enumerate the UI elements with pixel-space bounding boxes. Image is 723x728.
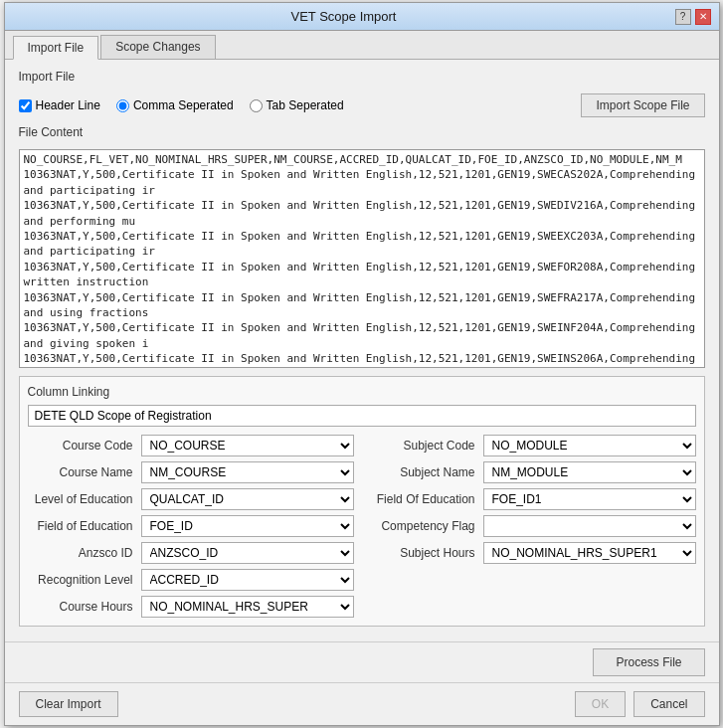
cancel-button[interactable]: Cancel (633, 691, 704, 717)
scope-input[interactable] (28, 405, 696, 427)
dialog-window: VET Scope Import ? ✕ Import File Scope C… (4, 2, 720, 726)
field-row-course-code: Course Code NO_COURSE (28, 435, 354, 456)
field-row-field-of-education-r: Field Of Education FOE_ID1 (370, 488, 696, 510)
left-fields: Course Code NO_COURSE Course Name NM_COU… (28, 435, 354, 618)
subject-code-label: Subject Code (370, 439, 479, 453)
field-of-education-label: Field of Education (28, 519, 137, 533)
header-line-label: Header Line (36, 98, 100, 112)
course-name-label: Course Name (28, 465, 137, 479)
comma-radio-item: Comma Seperated (116, 98, 234, 112)
close-button[interactable]: ✕ (695, 9, 711, 25)
footer-bar: Clear Import OK Cancel (5, 682, 719, 725)
course-hours-label: Course Hours (28, 600, 137, 614)
competency-flag-select[interactable] (483, 515, 696, 537)
tab-radio[interactable] (250, 99, 263, 112)
import-file-section-header: Import File (19, 70, 705, 86)
tab-content: Import File Header Line Comma Seperated … (5, 60, 719, 641)
course-name-select[interactable]: NM_COURSE (141, 461, 354, 483)
field-row-course-name: Course Name NM_COURSE (28, 461, 354, 483)
level-of-education-label: Level of Education (28, 492, 137, 506)
tab-label: Tab Seperated (267, 98, 344, 112)
tab-radio-item: Tab Seperated (250, 98, 344, 112)
level-of-education-select[interactable]: QUALCAT_ID (141, 488, 354, 510)
course-code-select[interactable]: NO_COURSE (141, 435, 354, 456)
file-content-header: File Content (19, 125, 705, 141)
competency-flag-label: Competency Flag (370, 519, 479, 533)
field-row-course-hours: Course Hours NO_NOMINAL_HRS_SUPER (28, 596, 354, 618)
field-row-level-of-education: Level of Education QUALCAT_ID (28, 488, 354, 510)
anzsco-id-select[interactable]: ANZSCO_ID (141, 542, 354, 564)
comma-label: Comma Seperated (133, 98, 234, 112)
field-row-subject-hours: Subject Hours NO_NOMINAL_HRS_SUPER1 (370, 542, 696, 564)
separator-group: Comma Seperated Tab Seperated (116, 98, 344, 112)
field-row-competency-flag: Competency Flag (370, 515, 696, 537)
subject-name-select[interactable]: NM_MODULE (483, 461, 696, 483)
recognition-level-select[interactable]: ACCRED_ID (141, 569, 354, 591)
field-row-subject-name: Subject Name NM_MODULE (370, 461, 696, 483)
help-button[interactable]: ? (675, 9, 691, 25)
tab-import-file[interactable]: Import File (13, 36, 99, 60)
course-code-label: Course Code (28, 439, 137, 453)
right-fields: Subject Code NO_MODULE Subject Name NM_M… (370, 435, 696, 618)
subject-hours-select[interactable]: NO_NOMINAL_HRS_SUPER1 (483, 542, 696, 564)
course-hours-select[interactable]: NO_NOMINAL_HRS_SUPER (141, 596, 354, 618)
field-row-recognition-level: Recognition Level ACCRED_ID (28, 569, 354, 591)
subject-hours-label: Subject Hours (370, 546, 479, 560)
subject-code-select[interactable]: NO_MODULE (483, 435, 696, 456)
recognition-level-label: Recognition Level (28, 573, 137, 587)
field-row-subject-code: Subject Code NO_MODULE (370, 435, 696, 456)
title-bar: VET Scope Import ? ✕ (5, 3, 719, 31)
clear-import-button[interactable]: Clear Import (19, 691, 118, 717)
comma-radio[interactable] (116, 99, 129, 112)
field-row-field-of-education: Field of Education FOE_ID (28, 515, 354, 537)
field-row-anzsco-id: Anzsco ID ANZSCO_ID (28, 542, 354, 564)
header-line-group: Header Line (19, 98, 100, 112)
tab-scope-changes[interactable]: Scope Changes (100, 35, 215, 59)
process-file-button[interactable]: Process File (593, 648, 704, 676)
subject-name-label: Subject Name (370, 465, 479, 479)
field-of-education-select[interactable]: FOE_ID (141, 515, 354, 537)
anzsco-id-label: Anzsco ID (28, 546, 137, 560)
file-content-textarea[interactable] (19, 149, 705, 368)
tabs-bar: Import File Scope Changes (5, 31, 719, 60)
process-file-bar: Process File (5, 641, 719, 682)
title-controls: ? ✕ (675, 9, 711, 25)
column-linking-title: Column Linking (28, 385, 696, 399)
ok-button: OK (575, 691, 626, 717)
dialog-title: VET Scope Import (13, 9, 675, 24)
fields-grid: Course Code NO_COURSE Course Name NM_COU… (28, 435, 696, 618)
import-file-label: Import File (19, 70, 705, 84)
field-of-education-r-select[interactable]: FOE_ID1 (483, 488, 696, 510)
import-file-options: Header Line Comma Seperated Tab Seperate… (19, 93, 705, 117)
header-line-checkbox[interactable] (19, 99, 32, 112)
import-scope-file-button[interactable]: Import Scope File (581, 93, 704, 117)
file-content-label: File Content (19, 125, 705, 139)
field-of-education-r-label: Field Of Education (370, 492, 479, 506)
column-linking-group: Column Linking Course Code NO_COURSE Cou… (19, 376, 705, 627)
